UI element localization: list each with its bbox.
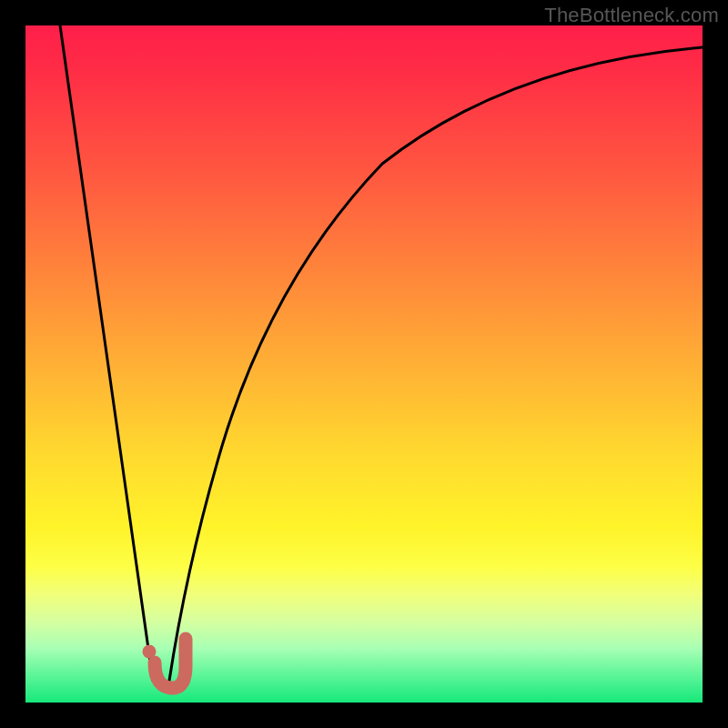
chart-frame: TheBottleneck.com bbox=[0, 0, 728, 728]
chart-plot-area bbox=[25, 25, 703, 703]
watermark-text: TheBottleneck.com bbox=[544, 4, 719, 27]
